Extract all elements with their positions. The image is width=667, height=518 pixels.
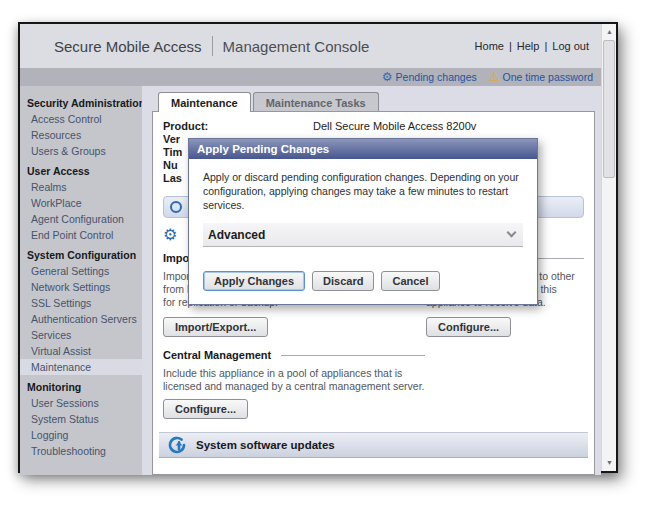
brand-divider (212, 36, 213, 56)
sidebar-item-maintenance[interactable]: Maintenance (20, 359, 142, 375)
app-title: Management Console (223, 38, 370, 55)
sidebar-item-access-control[interactable]: Access Control (20, 111, 142, 127)
help-link[interactable]: Help (517, 40, 540, 52)
apply-changes-button[interactable]: Apply Changes (203, 271, 305, 291)
sidebar-header-user-access: User Access (20, 159, 142, 179)
advanced-label: Advanced (208, 228, 265, 242)
sidebar-item-services[interactable]: Services (20, 327, 142, 343)
import-export-button[interactable]: Import/Export... (163, 317, 268, 337)
tab-bar: Maintenance Maintenance Tasks (152, 92, 595, 112)
pending-changes-link[interactable]: Pending changes (396, 71, 477, 83)
product-row: Product: Dell Secure Mobile Access 8200v (163, 120, 584, 133)
sidebar-item-system-status[interactable]: System Status (20, 411, 142, 427)
home-link[interactable]: Home (475, 40, 504, 52)
header-nav: Home | Help | Log out (475, 40, 589, 52)
dialog-title: Apply Pending Changes (197, 143, 329, 155)
apply-pending-changes-dialog: Apply Pending Changes Apply or discard p… (188, 138, 538, 305)
sidebar-header-security-administration: Security Administration (20, 91, 142, 111)
chevron-down-icon (507, 228, 517, 238)
cancel-button[interactable]: Cancel (381, 271, 439, 291)
tab-maintenance[interactable]: Maintenance (158, 92, 251, 112)
sidebar-item-general-settings[interactable]: General Settings (20, 263, 142, 279)
sidebar-item-user-sessions[interactable]: User Sessions (20, 395, 142, 411)
central-management-section: Central Management Include this applianc… (163, 349, 425, 419)
logout-link[interactable]: Log out (552, 40, 589, 52)
section-rule (281, 355, 425, 356)
dialog-title-bar: Apply Pending Changes (189, 139, 537, 159)
sidebar-item-ssl-settings[interactable]: SSL Settings (20, 295, 142, 311)
central-management-title: Central Management (163, 349, 271, 361)
sidebar-header-system-configuration: System Configuration (20, 243, 142, 263)
warning-icon: ⚠ (489, 71, 500, 83)
product-value: Dell Secure Mobile Access 8200v (313, 120, 476, 133)
sidebar-item-workplace[interactable]: WorkPlace (20, 195, 142, 211)
sidebar-nav: Security Administration Access Control R… (20, 86, 142, 475)
sidebar-item-network-settings[interactable]: Network Settings (20, 279, 142, 295)
gear-icon: ⚙ (163, 227, 177, 243)
sidebar-item-troubleshooting[interactable]: Troubleshooting (20, 443, 142, 459)
sidebar-item-agent-configuration[interactable]: Agent Configuration (20, 211, 142, 227)
dialog-body: Apply or discard pending configuration c… (189, 159, 537, 304)
advanced-expander[interactable]: Advanced (203, 223, 523, 247)
header: Secure Mobile Access Management Console … (20, 24, 601, 68)
sidebar-item-resources[interactable]: Resources (20, 127, 142, 143)
system-software-updates-bar[interactable]: System software updates (159, 432, 588, 458)
brand-title: Secure Mobile Access (54, 38, 202, 55)
tab-maintenance-tasks[interactable]: Maintenance Tasks (253, 92, 379, 112)
sidebar-item-users-groups[interactable]: Users & Groups (20, 143, 142, 159)
scroll-down-icon[interactable]: ▼ (602, 456, 617, 470)
central-management-description: Include this appliance in a pool of appl… (163, 367, 425, 393)
brand-row: Secure Mobile Access Management Console (54, 36, 369, 56)
replicate-configure-button[interactable]: Configure... (426, 317, 511, 337)
nav-separator: | (544, 40, 547, 52)
sidebar-item-virtual-assist[interactable]: Virtual Assist (20, 343, 142, 359)
software-update-icon (168, 436, 186, 454)
vertical-scrollbar[interactable]: ▲ ▼ (601, 24, 616, 471)
app-window: Secure Mobile Access Management Console … (18, 22, 618, 473)
central-management-title-row: Central Management (163, 349, 425, 361)
scrollbar-thumb[interactable] (603, 40, 615, 178)
sidebar-item-authentication-servers[interactable]: Authentication Servers (20, 311, 142, 327)
nav-separator: | (509, 40, 512, 52)
sidebar-item-end-point-control[interactable]: End Point Control (20, 227, 142, 243)
dialog-buttons: Apply Changes Discard Cancel (203, 271, 523, 291)
product-label: Product: (163, 120, 313, 133)
restart-circle-icon (170, 201, 182, 213)
central-management-configure-button[interactable]: Configure... (163, 399, 248, 419)
dialog-message: Apply or discard pending configuration c… (203, 170, 523, 212)
one-time-password-link[interactable]: One time password (503, 71, 593, 83)
gear-icon: ⚙ (382, 71, 393, 83)
system-software-updates-title: System software updates (196, 439, 335, 451)
discard-button[interactable]: Discard (312, 271, 374, 291)
sidebar-item-realms[interactable]: Realms (20, 179, 142, 195)
sidebar-header-monitoring: Monitoring (20, 375, 142, 395)
status-strip: ⚙ Pending changes ⚠ One time password (20, 68, 601, 86)
sidebar-item-logging[interactable]: Logging (20, 427, 142, 443)
scroll-up-icon[interactable]: ▲ (602, 25, 617, 39)
